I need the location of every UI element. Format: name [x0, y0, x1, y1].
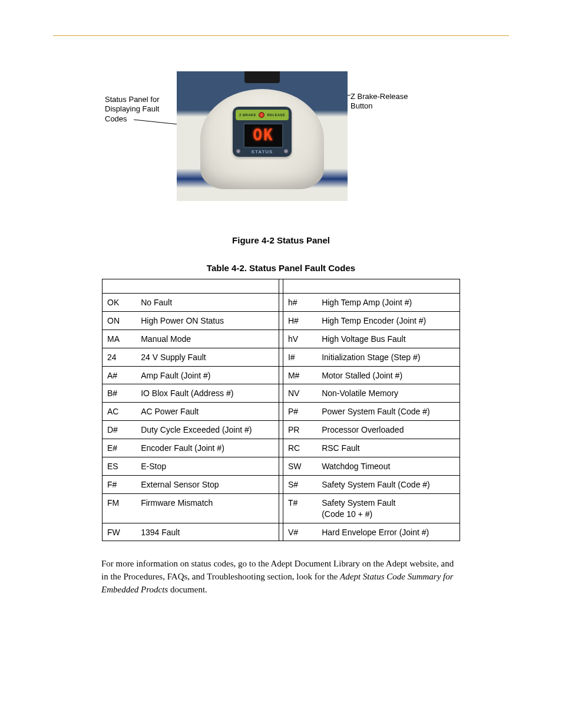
- desc-cell: Firmware Mismatch: [136, 493, 279, 523]
- status-plate: Z BRAKE RELEASE OK STATUS: [233, 107, 292, 157]
- code-cell: AC: [103, 403, 137, 421]
- callout-text: Codes: [105, 114, 127, 123]
- code-cell: B#: [103, 384, 137, 403]
- table-row: ACAC Power FaultP#Power System Fault (Co…: [103, 403, 460, 421]
- table-row: 2424 V Supply FaultI#Initialization Stag…: [103, 348, 460, 366]
- table-gap: [279, 439, 283, 457]
- table-header: [317, 279, 459, 294]
- table-gap: [279, 294, 283, 312]
- table-row: FW1394 FaultV#Hard Envelope Error (Joint…: [103, 523, 460, 541]
- table-row: A#Amp Fault (Joint #)M#Motor Stalled (Jo…: [103, 366, 460, 384]
- code-cell: F#: [103, 475, 137, 493]
- table-header: [103, 279, 137, 294]
- table-row: ONHigh Power ON StatusH#High Temp Encode…: [103, 311, 460, 330]
- code-cell: 24: [103, 348, 137, 366]
- callout-text: Status Panel for: [105, 95, 160, 104]
- table-gap: [279, 366, 283, 384]
- figure-caption: Figure 4-2 Status Panel: [0, 235, 562, 245]
- desc-cell: Power System Fault (Code #): [317, 403, 459, 421]
- table-gap: [279, 493, 283, 523]
- table-header: [136, 279, 279, 294]
- desc-cell: Watchdog Timeout: [317, 457, 459, 476]
- lcd-readout: OK: [253, 126, 273, 146]
- desc-cell: E-Stop: [136, 457, 279, 476]
- desc-cell: Duty Cycle Exceeded (Joint #): [136, 421, 279, 439]
- figure-block: Status Panel for Displaying Fault Codes …: [0, 71, 562, 225]
- callout-text: Displaying Fault: [105, 104, 160, 113]
- desc-cell: Encoder Fault (Joint #): [136, 439, 279, 457]
- code-cell: OK: [103, 294, 137, 312]
- table-row: F#External Sensor StopS#Safety System Fa…: [103, 475, 460, 493]
- callout-text: Z Brake-Release: [351, 92, 408, 101]
- desc-cell: Safety System Fault (Code #): [317, 475, 459, 493]
- code-cell: M#: [283, 366, 317, 384]
- code-cell: E#: [103, 439, 137, 457]
- strip-label-left: Z BRAKE: [239, 113, 256, 117]
- code-cell: ON: [103, 311, 137, 330]
- document-page: Status Panel for Displaying Fault Codes …: [0, 0, 562, 597]
- table-row: B#IO Blox Fault (Address #)NVNon-Volatil…: [103, 384, 460, 403]
- desc-cell: External Sensor Stop: [136, 475, 279, 493]
- table-gap: [279, 384, 283, 403]
- desc-cell: IO Blox Fault (Address #): [136, 384, 279, 403]
- desc-cell: Motor Stalled (Joint #): [317, 366, 459, 384]
- code-cell: FW: [103, 523, 137, 541]
- table-header-row: [103, 279, 460, 294]
- desc-cell: Manual Mode: [136, 330, 279, 348]
- desc-cell: High Temp Encoder (Joint #): [317, 311, 459, 330]
- status-lcd: OK: [243, 123, 283, 148]
- desc-cell: RSC Fault: [317, 439, 459, 457]
- table-gap: [279, 457, 283, 476]
- code-cell: T#: [283, 493, 317, 523]
- table-gap: [279, 330, 283, 348]
- table-row: MAManual ModehVHigh Voltage Bus Fault: [103, 330, 460, 348]
- brake-release-strip: Z BRAKE RELEASE: [236, 110, 289, 120]
- screw-icon: [236, 149, 240, 153]
- desc-cell: Amp Fault (Joint #): [136, 366, 279, 384]
- table-gap: [279, 348, 283, 366]
- table-gap: [279, 523, 283, 541]
- desc-cell: High Temp Amp (Joint #): [317, 294, 459, 312]
- table-gap: [279, 403, 283, 421]
- code-cell: H#: [283, 311, 317, 330]
- table-row: OKNo Faulth#High Temp Amp (Joint #): [103, 294, 460, 312]
- table-row: D#Duty Cycle Exceeded (Joint #)PRProcess…: [103, 421, 460, 439]
- desc-cell: No Fault: [136, 294, 279, 312]
- callout-status-panel: Status Panel for Displaying Fault Codes: [105, 95, 173, 124]
- status-panel-photo: Z BRAKE RELEASE OK STATUS: [177, 71, 348, 201]
- code-cell: I#: [283, 348, 317, 366]
- desc-cell: Non-Volatile Memory: [317, 384, 459, 403]
- callout-brake-release: Z Brake-Release Button: [351, 92, 421, 111]
- desc-cell: Processor Overloaded: [317, 421, 459, 439]
- desc-cell: 24 V Supply Fault: [136, 348, 279, 366]
- brake-release-button-icon: [259, 112, 265, 118]
- code-cell: P#: [283, 403, 317, 421]
- code-cell: hV: [283, 330, 317, 348]
- code-cell: ES: [103, 457, 137, 476]
- top-rule: [53, 35, 509, 36]
- screw-icon: [284, 149, 288, 153]
- code-cell: RC: [283, 439, 317, 457]
- desc-cell: 1394 Fault: [136, 523, 279, 541]
- code-cell: h#: [283, 294, 317, 312]
- desc-cell: High Power ON Status: [136, 311, 279, 330]
- code-cell: D#: [103, 421, 137, 439]
- table-gap: [279, 475, 283, 493]
- footnote-paragraph: For more information on status codes, go…: [101, 558, 461, 596]
- code-cell: NV: [283, 384, 317, 403]
- table-row: FMFirmware MismatchT#Safety System Fault…: [103, 493, 460, 523]
- desc-cell: Hard Envelope Error (Joint #): [317, 523, 459, 541]
- table-row: E#Encoder Fault (Joint #)RCRSC Fault: [103, 439, 460, 457]
- code-cell: PR: [283, 421, 317, 439]
- code-cell: FM: [103, 493, 137, 523]
- fault-codes-table: OKNo Faulth#High Temp Amp (Joint #)ONHig…: [102, 279, 460, 541]
- footnote-text: document.: [168, 585, 207, 594]
- code-cell: MA: [103, 330, 137, 348]
- status-word: STATUS: [233, 149, 292, 154]
- code-cell: V#: [283, 523, 317, 541]
- strip-label-right: RELEASE: [267, 113, 285, 117]
- desc-cell: Initialization Stage (Step #): [317, 348, 459, 366]
- table-gap: [279, 311, 283, 330]
- desc-cell: Safety System Fault(Code 10 + #): [317, 493, 459, 523]
- callout-text: Button: [351, 101, 373, 110]
